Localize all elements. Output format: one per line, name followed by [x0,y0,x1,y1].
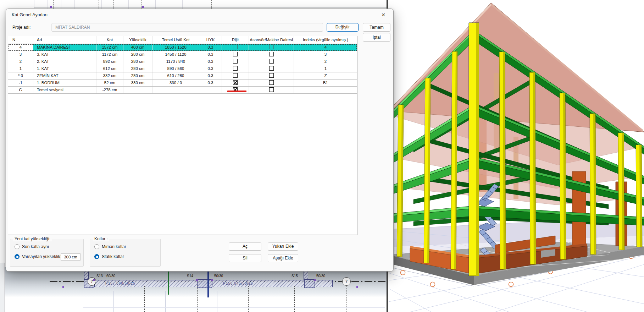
cell-n[interactable]: * 0 [8,72,33,79]
cell-kot[interactable]: 332 cm [96,72,123,79]
header-ad[interactable]: Ad [33,36,96,44]
cell-kot[interactable]: 612 cm [96,65,123,72]
cell-rijit[interactable] [222,72,249,79]
asansor-checkbox[interactable] [269,45,274,49]
header-rijit[interactable]: Rijit [222,36,249,44]
asansor-checkbox[interactable] [269,80,274,85]
asansor-checkbox[interactable] [269,59,274,64]
cell-ad[interactable]: Temel seviyesi [33,87,96,93]
cell-temel[interactable]: 610 / 280 [152,72,199,79]
radio-icon[interactable] [15,254,20,259]
cell-hyk[interactable]: 0.3 [199,58,222,65]
cell-ad[interactable]: MAKİNA DAİRESİ [33,44,96,51]
radio-same-as-last[interactable]: Son katla aynı [15,244,49,249]
cell-n[interactable]: G [8,87,33,93]
cell-rijit[interactable] [222,87,249,93]
beam-stub[interactable] [315,280,333,287]
rijit-checkbox[interactable] [233,59,238,64]
cell-hyk[interactable]: 0.3 [199,72,222,79]
cell-yukseklik[interactable]: 280 cm [123,65,152,72]
asansor-checkbox[interactable] [269,87,274,92]
rijit-checkbox[interactable] [233,52,238,56]
change-button[interactable]: Değiştir [327,23,359,32]
dialog-titlebar[interactable]: Kat Genel Ayarları ✕ [6,9,393,21]
table-row-1-kat[interactable]: 1 1. KAT 612 cm 280 cm 890 / 560 0.3 1 [8,65,357,72]
delete-button[interactable]: Sil [229,254,261,262]
rijit-checkbox[interactable] [233,73,238,78]
cell-temel[interactable] [152,87,199,93]
column-section-s15[interactable] [304,279,315,288]
cancel-button[interactable]: İptal [363,33,390,42]
header-kot[interactable]: Kot [96,36,123,44]
cell-yukseklik[interactable]: 280 cm [123,58,152,65]
cell-rijit[interactable] [222,58,249,65]
cell-kot[interactable]: 892 cm [96,58,123,65]
cell-asansor[interactable] [249,87,294,93]
header-asansor[interactable]: Asansör/Makine Dairesi [249,36,294,44]
table-row-temel-seviyesi[interactable]: G Temel seviyesi -278 cm [8,87,357,94]
cell-ad[interactable]: 1. KAT [33,65,96,72]
table-row-zemin-kat[interactable]: * 0 ZEMİN KAT 332 cm 280 cm 610 / 280 0.… [8,72,357,80]
cell-n[interactable]: 2 [8,58,33,65]
cell-rijit[interactable] [222,65,249,72]
column-section-s14[interactable] [197,279,212,288]
cell-rijit[interactable] [222,80,249,86]
table-row-3-kat[interactable]: 3 3. KAT 1172 cm 280 cm 1450 / 1120 0.3 … [8,51,357,58]
cell-yukseklik[interactable]: 400 cm [123,44,152,51]
cell-temel[interactable]: 1450 / 1120 [152,51,199,58]
rijit-checkbox[interactable] [233,45,238,49]
cell-hyk[interactable]: 0.3 [199,80,222,86]
beam-p156[interactable]: P156 545/50/25 [212,280,304,287]
cell-n[interactable]: 4 [8,44,33,51]
table-row-1-bodrum[interactable]: -1 1. BODRUM 52 cm 330 cm 330 / 0 0.3 B1 [8,80,357,87]
cell-temel[interactable]: 1170 / 840 [152,58,199,65]
cell-indeks[interactable]: 4 [294,44,357,51]
cell-asansor[interactable] [249,72,294,79]
header-temel-ustu-kot[interactable]: Temel Üstü Kot [152,36,199,44]
radio-icon[interactable] [94,254,99,259]
cell-kot[interactable]: 52 cm [96,80,123,86]
rijit-checkbox-checked[interactable] [233,80,238,85]
cell-temel[interactable]: 890 / 560 [152,65,199,72]
beam-p157[interactable]: P157 560/50/25 [94,280,197,287]
cell-indeks[interactable]: 2 [294,58,357,65]
grid-bubble-7-left[interactable]: 7 [88,277,96,286]
header-indeks[interactable]: Indeks (virgülle ayrılmış ) [294,36,357,44]
cell-n[interactable]: 1 [8,65,33,72]
grid-bubble-7-right[interactable]: 7 [342,277,351,286]
cell-temel[interactable]: 1850 / 1520 [152,44,199,51]
default-height-input[interactable] [61,253,80,261]
cell-indeks[interactable]: 3 [294,51,357,58]
cell-kot[interactable]: 1572 cm [96,44,123,51]
radio-icon[interactable] [94,244,99,249]
cell-hyk[interactable]: 0.3 [199,51,222,58]
cell-yukseklik[interactable]: 280 cm [123,72,152,79]
ok-button[interactable]: Tamam [363,23,390,32]
project-name-field[interactable]: MİTAT SALDIRAN [51,23,323,32]
cell-ad[interactable]: 3. KAT [33,51,96,58]
cell-asansor[interactable] [249,80,294,86]
asansor-checkbox[interactable] [269,52,274,56]
asansor-checkbox[interactable] [269,66,274,71]
header-hyk[interactable]: HYK [199,36,222,44]
cell-yukseklik[interactable]: 280 cm [123,51,152,58]
cell-n[interactable]: -1 [8,80,33,86]
cell-asansor[interactable] [249,44,294,51]
cell-asansor[interactable] [249,65,294,72]
asansor-checkbox[interactable] [269,73,274,78]
cell-yukseklik[interactable]: 330 cm [123,80,152,86]
cell-ad[interactable]: 2. KAT [33,58,96,65]
radio-static-levels[interactable]: Statik kotlar [94,254,124,259]
cell-hyk[interactable] [199,87,222,93]
cell-temel[interactable]: 330 / 0 [152,80,199,86]
add-above-button[interactable]: Yukarı Ekle [268,242,298,251]
cell-ad[interactable]: ZEMİN KAT [33,72,96,79]
radio-icon[interactable] [15,244,20,249]
cell-kot[interactable]: 1172 cm [96,51,123,58]
close-icon[interactable]: ✕ [377,11,390,20]
table-row-makina-dairesi[interactable]: 4 MAKİNA DAİRESİ 1572 cm 400 cm 1850 / 1… [8,44,357,51]
cell-indeks[interactable] [294,87,357,93]
table-row-2-kat[interactable]: 2 2. KAT 892 cm 280 cm 1170 / 840 0.3 2 [8,58,357,65]
header-yukseklik[interactable]: Yükseklik [123,36,152,44]
cell-asansor[interactable] [249,58,294,65]
